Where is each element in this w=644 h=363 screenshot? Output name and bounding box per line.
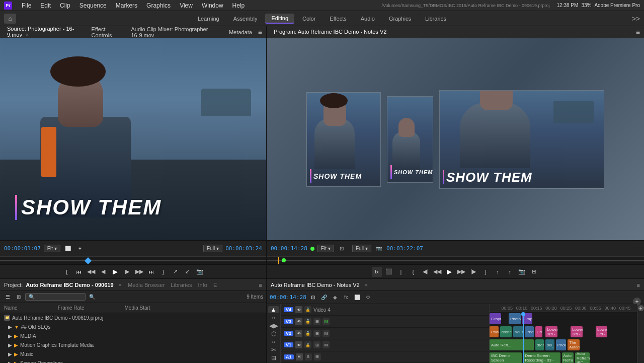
home-button[interactable]: ⌂ [4,14,16,24]
program-comparison-view[interactable]: ⊡ [337,244,346,253]
a1-eye-btn[interactable]: M [296,353,303,360]
source-tab-active[interactable]: Source: Photographer - 16-9.mov × [4,25,86,39]
source-play-btn[interactable]: ▶ [110,267,120,277]
tool-ripple[interactable]: ◀▶ [268,322,279,329]
menu-sequence[interactable]: Sequence [78,2,108,10]
v4-eye-btn[interactable]: 👁 [295,306,302,313]
menu-clip[interactable]: Clip [58,2,72,10]
source-fit-dropdown[interactable]: Fit▾ [44,245,60,252]
tool-rate-stretch[interactable]: ↔ [268,338,279,345]
tool-slip[interactable]: ⊟ [268,354,279,361]
source-insert-btn[interactable]: ↗ [171,267,181,277]
tab-graphics[interactable]: Graphics [383,14,417,23]
audio-mixer-tab[interactable]: Audio Clip Mixer: Photographer - 16-9.mo… [128,25,223,39]
v2-sync-btn[interactable]: ⊞ [313,330,320,337]
libraries-tab[interactable]: Libraries [171,282,192,288]
source-quality-dropdown[interactable]: Full▾ [203,245,222,252]
project-item-screen-rec[interactable]: ▶ ▶ Screen Recordings [0,358,266,363]
tl-add-marker-btn[interactable]: ◆ [331,293,340,302]
tool-track-select[interactable]: ↔ [268,314,279,321]
program-mark3[interactable]: { [408,267,418,277]
menu-markers[interactable]: Markers [114,2,139,10]
v4-lock-btn[interactable]: 🔓 [304,306,311,313]
source-add-mark-out[interactable]: } [158,267,169,277]
media-browser-tab[interactable]: Media Browser [128,282,165,288]
program-mark2[interactable]: | [396,267,406,277]
timeline-menu[interactable]: ≡ [637,282,640,288]
tab-effects[interactable]: Effects [324,14,352,23]
add-track-btn-right[interactable]: + [638,305,644,311]
project-list-view[interactable]: ☰ [3,293,12,302]
source-step-back[interactable]: ⏮ [74,267,84,277]
project-item-music[interactable]: ▶ ▶ Music [0,349,266,358]
program-fx-btn[interactable]: fx [372,267,382,277]
program-mark-out[interactable]: } [480,267,491,277]
tab-audio[interactable]: Audio [355,14,381,23]
v2-eye-btn[interactable]: 👁 [295,330,302,337]
program-export-frame[interactable]: 📷 [374,244,383,253]
clip-drone[interactable]: dronesurfi... [500,326,512,337]
menu-file[interactable]: File [20,2,33,10]
clip-dva-3[interactable]: DVA Lower 3rd - one [596,326,607,337]
program-monitor-menu[interactable]: ≡ [636,28,640,36]
tab-learning[interactable]: Learning [192,14,225,23]
project-search-input[interactable] [25,293,86,301]
v3-mute-btn[interactable]: M [323,318,330,325]
clip-pink-1[interactable]: Drone... [535,326,543,337]
source-add-mark-in[interactable]: { [62,267,72,277]
source-monitor-menu[interactable]: ≡ [258,28,262,36]
v1-mute-btn[interactable]: M [323,341,330,348]
v1-lock-btn[interactable]: 🔓 [304,341,311,348]
clip-ski-2[interactable]: ski_backflip_smx [545,339,554,350]
source-export-frame[interactable]: 📷 [195,267,205,277]
tab-assembly[interactable]: Assembly [227,14,264,23]
clip-demo-recording[interactable]: Auto Reframe IBC Demo Screen Recording -… [523,352,560,363]
tl-clip-btn[interactable]: ⬜ [353,293,362,302]
program-play-btn[interactable]: ▶ [444,267,454,277]
program-fwd[interactable]: ▶▶ [456,267,466,277]
v1-eye-btn[interactable]: 👁 [295,341,302,348]
menu-window[interactable]: Window [200,2,225,10]
program-fullscreen-btn[interactable]: ⊞ [529,267,539,277]
menu-help[interactable]: Help [231,2,247,10]
menu-edit[interactable]: Edit [39,2,52,10]
project-item-media[interactable]: ▶ ▶ MEDIA [0,331,266,340]
clip-drone-2[interactable]: dronesurfi... [535,339,544,350]
source-settings-btn[interactable]: + [75,244,85,253]
tool-select[interactable]: ▲ [268,306,279,313]
program-back[interactable]: ◀◀ [432,267,442,277]
program-scrubber[interactable] [267,256,644,264]
v2-lock-btn[interactable]: 🔓 [304,330,311,337]
effect-controls-tab[interactable]: Effect Controls [89,25,125,39]
clip-full-demo-1[interactable]: Auto Reframe IBC Demo Screen Recording..… [490,352,522,363]
tool-razor[interactable]: ✂ [268,346,279,353]
tl-snap-btn[interactable]: ⊡ [308,293,317,302]
source-fwd-1[interactable]: ▶ [122,267,132,277]
menu-graphics[interactable]: Graphics [145,2,172,10]
project-item-mgtm[interactable]: ▶ ▶ Motion Graphics Template Media [0,340,266,349]
clip-photo-1[interactable]: Photogr... [509,313,520,324]
clip-dva-2[interactable]: DVA Lower 3rd - one [571,326,582,337]
tool-rolling[interactable]: ⬡ [268,330,279,337]
program-extract-btn[interactable]: ↑ [505,267,515,277]
program-export-frame2[interactable]: 📷 [517,267,527,277]
project-find-btn[interactable]: 🔍 [88,293,97,302]
more-workspaces-button[interactable]: >> [632,15,640,23]
effects-tab-proj[interactable]: E [213,282,217,288]
clip-dva-1[interactable]: DVA Lower 3rd - one [545,326,557,337]
tl-global-fx-btn[interactable]: fx [342,293,351,302]
tab-libraries[interactable]: Libraries [419,14,452,23]
a1-record-btn[interactable]: ⊞ [314,353,321,360]
program-quality-dropdown[interactable]: Full▾ [352,245,371,252]
timeline-close-btn[interactable]: × [365,282,368,288]
a1-lock-btn[interactable]: S [305,353,312,360]
v1-sync-btn[interactable]: ⊞ [313,341,320,348]
source-tab-close[interactable]: × [26,32,29,38]
project-item-main[interactable]: 📁 Auto Reframe IBC Demo - 090619.prproj [0,313,266,322]
source-scrubber[interactable] [0,256,266,264]
program-lift-btn[interactable]: ↑ [493,267,503,277]
clip-ski[interactable]: ski_backflip_s... [513,326,524,337]
source-overwrite-btn[interactable]: ↙ [183,267,193,277]
tab-editing[interactable]: Editing [265,14,294,24]
project-panel-menu[interactable]: ≡ [259,282,262,288]
